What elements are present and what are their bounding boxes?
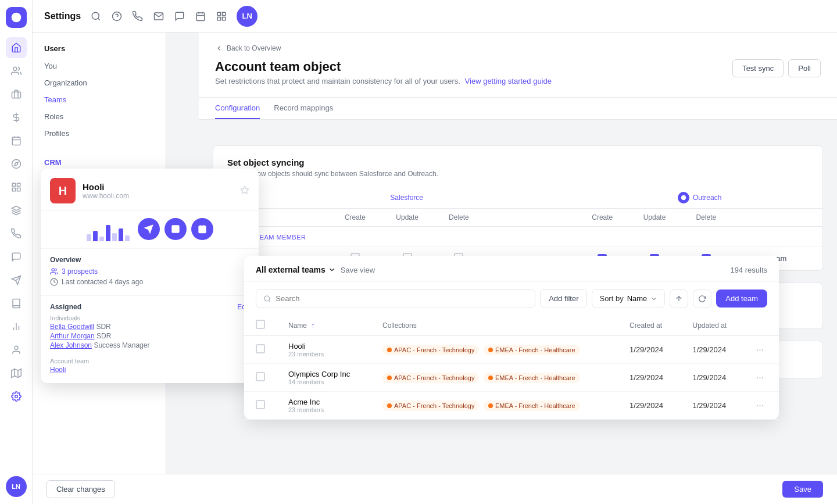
test-sync-button[interactable]: Test sync [732,59,784,77]
tag-dot-2 [488,348,493,352]
teams-table: Name ↑ Collections Created at Updated at… [244,315,779,420]
nav-home-icon[interactable] [6,37,27,58]
nav-calendar-icon[interactable] [6,130,27,151]
search-icon[interactable] [90,10,102,22]
nav-message-icon[interactable] [6,246,27,267]
user-avatar-small[interactable]: LN [6,476,27,497]
page-header-left: Account team object Set restrictions tha… [215,59,552,85]
hooli-checkbox-cell[interactable] [244,336,277,364]
app-logo[interactable] [6,7,27,28]
hooli-checkbox[interactable] [256,344,265,353]
phone-icon[interactable] [132,10,144,22]
nav-phone-icon[interactable] [6,223,27,244]
popup-assigned: Assigned Edit Individuals Bella Goodwill… [41,296,259,353]
nav-grid-icon[interactable] [6,177,27,198]
getting-started-link[interactable]: View getting started guide [465,77,552,85]
help-icon[interactable] [111,10,123,22]
sidebar-item-roles[interactable]: Roles [33,108,166,125]
nav-compass-icon[interactable] [6,153,27,174]
acme-tag-1: APAC - French - Technology [382,401,479,411]
select-all-header[interactable] [244,315,277,336]
nav-dollar-icon[interactable] [6,107,27,128]
prospects-stat: 3 prospects [50,267,249,276]
olympics-checkbox-cell[interactable] [244,364,277,392]
account-team-link[interactable]: Hooli [50,366,66,374]
olympics-more-cell[interactable]: ··· [745,364,779,392]
olympics-more-button[interactable]: ··· [756,373,764,383]
poll-button[interactable]: Poll [788,59,821,77]
sync-card-title: Set object syncing [213,146,822,170]
svg-rect-11 [17,183,20,186]
hooli-more-cell[interactable]: ··· [745,336,779,364]
svg-point-25 [92,12,99,19]
acme-more-button[interactable]: ··· [756,401,764,410]
template-action-button[interactable] [164,218,187,240]
sidebar-item-you[interactable]: You [33,58,166,74]
outreach-header: Outreach [577,187,822,209]
acme-created-cell: 1/29/2024 [618,392,681,420]
collections-column-header[interactable]: Collections [371,315,618,336]
olympics-updated-cell: 1/29/2024 [681,364,744,392]
save-button[interactable]: Save [782,481,823,498]
olympics-checkbox[interactable] [256,372,265,381]
star-icon[interactable] [240,185,249,196]
hooli-more-button[interactable]: ··· [756,345,764,355]
bar-7 [125,235,130,241]
nav-map-icon[interactable] [6,363,27,384]
add-filter-button[interactable]: Add filter [540,289,587,308]
calendar-icon[interactable] [195,10,206,22]
bar-2 [93,231,98,241]
save-view-button[interactable]: Save view [341,266,375,274]
olympics-tag-1: APAC - French - Technology [382,373,479,383]
olympics-collections-cell: APAC - French - Technology EMEA - French… [371,364,618,392]
mail-icon[interactable] [153,10,164,22]
nav-user-icon[interactable] [6,339,27,360]
grid-icon[interactable] [216,10,227,22]
nav-settings-icon[interactable] [6,386,27,407]
olympics-tag-2: EMEA - French - Healthcare [484,373,580,383]
tab-configuration[interactable]: Configuration [215,98,260,119]
acme-checkbox[interactable] [256,400,265,409]
sort-select[interactable]: Sort by Name [592,289,665,308]
created-at-column-header[interactable]: Created at [618,315,681,336]
nav-bar-chart-icon[interactable] [6,316,27,337]
popup-logo: H [50,178,76,203]
nav-book-icon[interactable] [6,293,27,314]
updated-at-column-header[interactable]: Updated at [681,315,744,336]
svg-rect-33 [217,12,220,15]
chat-icon[interactable] [174,10,185,22]
add-team-button[interactable]: Add team [716,289,767,308]
refresh-button[interactable] [693,289,711,308]
name-sort-icon: ↑ [311,321,314,330]
popup-company-url: www.hooli.com [83,192,129,200]
select-all-checkbox[interactable] [256,320,265,329]
overview-title: Overview [50,256,249,264]
tab-record-mappings[interactable]: Record mappings [274,98,333,119]
nav-send-icon[interactable] [6,270,27,291]
sync-card-desc: Choose how objects should sync between S… [213,170,822,187]
acme-more-cell[interactable]: ··· [745,392,779,420]
nav-briefcase-icon[interactable] [6,84,27,105]
name-column-header[interactable]: Name ↑ [277,315,371,336]
nav-layers-icon[interactable] [6,200,27,221]
acme-checkbox-cell[interactable] [244,392,277,420]
search-icon [263,295,271,303]
sidebar-item-teams[interactable]: Teams [33,91,166,108]
calendar-action-button[interactable] [191,218,213,240]
teams-filter-button[interactable]: All external teams [256,265,336,274]
popup-chart [87,218,133,241]
sf-create-header: Create [330,209,381,227]
search-input[interactable] [276,294,528,303]
hooli-created-cell: 1/29/2024 [618,336,681,364]
bottom-bar: You have unsaved changes Clear changes S… [33,474,837,504]
sort-asc-button[interactable] [670,289,688,308]
back-link[interactable]: Back to Overview [215,44,821,52]
olympics-name-cell: Olympics Corp Inc 14 members [277,364,371,392]
user-avatar[interactable]: LN [237,6,257,27]
sidebar-item-profiles[interactable]: Profiles [33,125,166,142]
olympics-created-cell: 1/29/2024 [618,364,681,392]
sidebar-item-organization[interactable]: Organization [33,74,166,91]
clear-changes-button[interactable]: Clear changes [46,480,115,498]
nav-people-icon[interactable] [6,60,27,81]
send-action-button[interactable] [138,218,160,240]
